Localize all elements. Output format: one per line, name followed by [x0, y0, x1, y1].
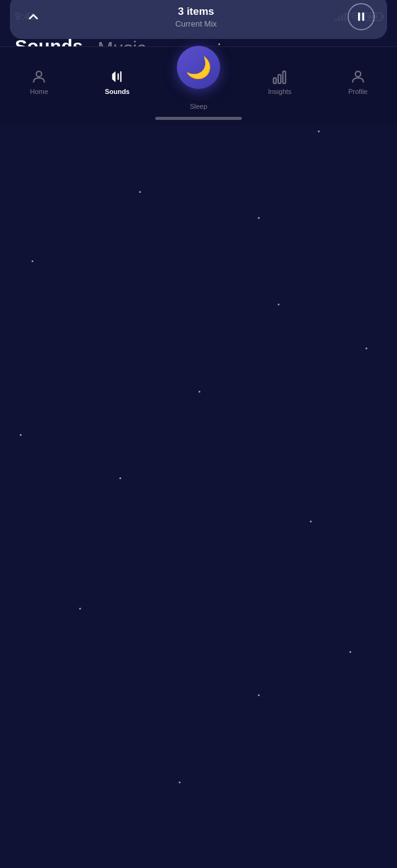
nav-item-sounds[interactable]: Sounds — [99, 68, 136, 95]
nav-item-home[interactable]: Home — [20, 68, 58, 95]
mix-chevron-up[interactable] — [22, 6, 45, 28]
sounds-icon — [109, 68, 126, 85]
svg-rect-90 — [358, 12, 360, 20]
home-indicator — [155, 117, 242, 120]
sleep-button[interactable]: 🌙 — [177, 46, 220, 89]
nav-item-profile[interactable]: Profile — [339, 68, 377, 95]
mix-pause-button[interactable] — [348, 3, 375, 30]
home-icon — [30, 68, 48, 85]
insights-icon — [271, 68, 288, 85]
svg-rect-96 — [278, 75, 281, 83]
nav-label-home: Home — [30, 88, 48, 95]
nav-label-sounds: Sounds — [105, 88, 129, 95]
bottom-nav: Home Sounds 🌙 Sleep Insights — [0, 46, 397, 125]
svg-point-98 — [355, 71, 361, 77]
svg-rect-95 — [274, 78, 276, 83]
nav-label-sleep: Sleep — [190, 103, 207, 110]
profile-icon — [349, 68, 367, 85]
mix-label: Current Mix — [175, 19, 216, 28]
nav-label-insights: Insights — [268, 88, 291, 95]
mix-item-count: 3 items — [175, 6, 216, 18]
mix-info: 3 items Current Mix — [175, 6, 216, 28]
current-mix-bar[interactable]: 3 items Current Mix — [10, 0, 387, 39]
nav-label-profile: Profile — [348, 88, 367, 95]
svg-point-92 — [36, 71, 42, 77]
nav-item-insights[interactable]: Insights — [261, 68, 298, 95]
svg-rect-91 — [362, 12, 364, 20]
stars-background — [0, 0, 397, 868]
nav-item-sleep[interactable]: 🌙 Sleep — [177, 53, 220, 110]
svg-rect-97 — [283, 71, 286, 83]
